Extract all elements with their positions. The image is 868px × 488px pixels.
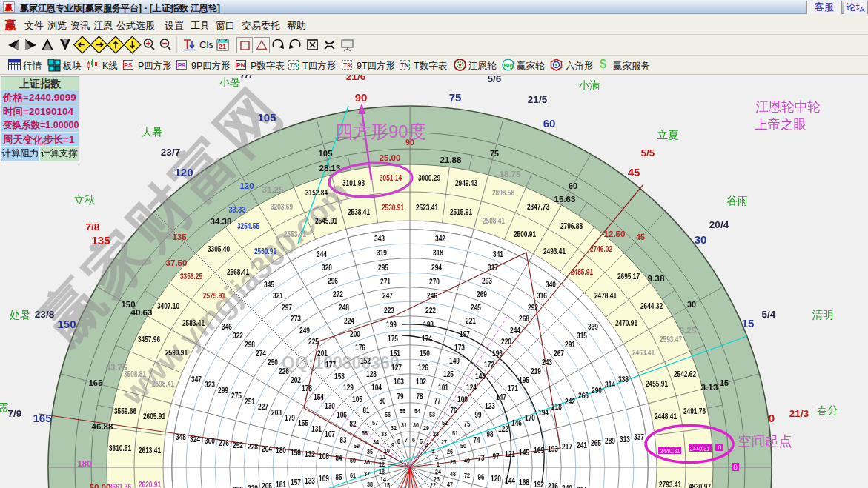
svg-text:33.33: 33.33 bbox=[229, 205, 246, 214]
svg-text:348: 348 bbox=[176, 432, 186, 441]
svg-text:180: 180 bbox=[276, 446, 286, 455]
svg-text:21.88: 21.88 bbox=[440, 156, 462, 164]
svg-text:9.38: 9.38 bbox=[648, 274, 665, 283]
svg-text:192: 192 bbox=[534, 480, 544, 488]
svg-text:337: 337 bbox=[634, 432, 644, 441]
svg-text:241: 241 bbox=[577, 441, 587, 449]
svg-text:3: 3 bbox=[431, 447, 434, 455]
svg-text:102: 102 bbox=[416, 377, 426, 386]
svg-text:立秋: 立秋 bbox=[74, 194, 96, 206]
svg-text:135: 135 bbox=[173, 233, 187, 241]
svg-text:217: 217 bbox=[562, 442, 572, 451]
svg-text:56: 56 bbox=[385, 410, 391, 418]
svg-text:5/6: 5/6 bbox=[488, 75, 502, 84]
svg-text:2523.41: 2523.41 bbox=[416, 203, 438, 212]
svg-text:224: 224 bbox=[344, 316, 355, 325]
svg-text:58: 58 bbox=[362, 429, 368, 437]
svg-text:46.88: 46.88 bbox=[92, 422, 113, 431]
svg-text:40.63: 40.63 bbox=[131, 308, 153, 317]
svg-text:346: 346 bbox=[222, 322, 232, 331]
svg-text:99: 99 bbox=[475, 410, 482, 419]
svg-text:267: 267 bbox=[554, 349, 564, 358]
svg-text:344: 344 bbox=[317, 250, 328, 258]
svg-text:21/6: 21/6 bbox=[346, 75, 366, 82]
svg-text:QQ:100800360: QQ:100800360 bbox=[282, 353, 400, 372]
svg-text:342: 342 bbox=[435, 234, 445, 243]
svg-text:345: 345 bbox=[264, 280, 274, 289]
svg-text:273: 273 bbox=[291, 314, 301, 323]
svg-text:294: 294 bbox=[431, 263, 443, 272]
svg-text:小暑: 小暑 bbox=[219, 76, 241, 88]
svg-text:3610.51: 3610.51 bbox=[109, 444, 131, 452]
svg-text:24: 24 bbox=[435, 467, 442, 475]
svg-text:4830.97: 4830.97 bbox=[689, 482, 711, 488]
svg-text:7/9: 7/9 bbox=[8, 408, 22, 419]
svg-text:江恩轮中轮: 江恩轮中轮 bbox=[755, 99, 821, 114]
svg-text:120: 120 bbox=[491, 474, 501, 483]
svg-text:3305.40: 3305.40 bbox=[208, 244, 230, 253]
svg-text:218: 218 bbox=[551, 402, 562, 411]
svg-text:50: 50 bbox=[460, 441, 466, 449]
svg-text:小满: 小满 bbox=[579, 79, 600, 91]
svg-text:180: 180 bbox=[78, 459, 92, 468]
svg-text:221: 221 bbox=[466, 316, 476, 325]
svg-text:72: 72 bbox=[464, 471, 470, 479]
svg-text:15.63: 15.63 bbox=[554, 195, 576, 204]
svg-text:266: 266 bbox=[578, 391, 589, 400]
svg-text:55: 55 bbox=[400, 407, 406, 415]
svg-text:97: 97 bbox=[493, 452, 500, 461]
svg-text:193: 193 bbox=[548, 444, 558, 453]
svg-text:52: 52 bbox=[442, 418, 448, 427]
svg-text:2568.41: 2568.41 bbox=[227, 267, 249, 276]
svg-text:126: 126 bbox=[418, 363, 428, 372]
svg-text:100: 100 bbox=[457, 395, 468, 404]
svg-text:246: 246 bbox=[427, 291, 437, 300]
svg-text:7: 7 bbox=[405, 435, 408, 444]
svg-text:35: 35 bbox=[367, 447, 374, 455]
svg-text:242: 242 bbox=[565, 397, 575, 406]
svg-text:96: 96 bbox=[478, 472, 485, 481]
svg-text:244: 244 bbox=[510, 326, 521, 335]
svg-text:27: 27 bbox=[441, 438, 447, 446]
svg-text:202: 202 bbox=[291, 375, 301, 384]
svg-text:106: 106 bbox=[337, 410, 347, 419]
svg-text:28: 28 bbox=[433, 429, 439, 438]
svg-text:2485.91: 2485.91 bbox=[571, 267, 593, 276]
svg-text:105: 105 bbox=[319, 149, 333, 158]
svg-text:2493.41: 2493.41 bbox=[543, 247, 566, 255]
svg-text:265: 265 bbox=[591, 438, 601, 447]
svg-text:120: 120 bbox=[240, 181, 254, 190]
svg-text:127: 127 bbox=[391, 363, 402, 372]
svg-text:149: 149 bbox=[449, 356, 460, 365]
svg-text:7/8: 7/8 bbox=[86, 221, 100, 233]
svg-text:338: 338 bbox=[618, 375, 629, 384]
svg-text:205: 205 bbox=[262, 481, 272, 488]
svg-text:132: 132 bbox=[305, 449, 315, 458]
svg-text:2530.91: 2530.91 bbox=[382, 203, 404, 212]
svg-text:3051.14: 3051.14 bbox=[380, 173, 402, 182]
svg-text:2470.91: 2470.91 bbox=[615, 318, 637, 327]
svg-text:74: 74 bbox=[474, 435, 481, 444]
svg-text:清明: 清明 bbox=[812, 309, 834, 321]
svg-text:253: 253 bbox=[233, 485, 243, 488]
svg-text:174: 174 bbox=[422, 334, 433, 343]
svg-text:201: 201 bbox=[317, 349, 328, 358]
svg-text:315: 315 bbox=[577, 331, 587, 340]
svg-text:297: 297 bbox=[282, 303, 292, 312]
svg-text:135: 135 bbox=[91, 234, 110, 247]
svg-text:20/4: 20/4 bbox=[709, 219, 729, 230]
svg-text:3559.66: 3559.66 bbox=[114, 407, 136, 415]
svg-text:133: 133 bbox=[305, 476, 315, 485]
svg-text:34.38: 34.38 bbox=[211, 217, 232, 226]
svg-text:313: 313 bbox=[620, 435, 630, 444]
svg-text:290: 290 bbox=[592, 386, 602, 395]
svg-text:130: 130 bbox=[325, 401, 335, 410]
svg-text:226: 226 bbox=[279, 367, 289, 375]
svg-text:38: 38 bbox=[367, 480, 373, 488]
svg-text:125: 125 bbox=[443, 370, 454, 378]
svg-text:121: 121 bbox=[505, 449, 515, 458]
svg-text:Cls: Cls bbox=[199, 39, 213, 50]
svg-text:6: 6 bbox=[412, 435, 415, 444]
svg-text:0: 0 bbox=[769, 412, 775, 424]
svg-text:大暑: 大暑 bbox=[142, 126, 163, 138]
